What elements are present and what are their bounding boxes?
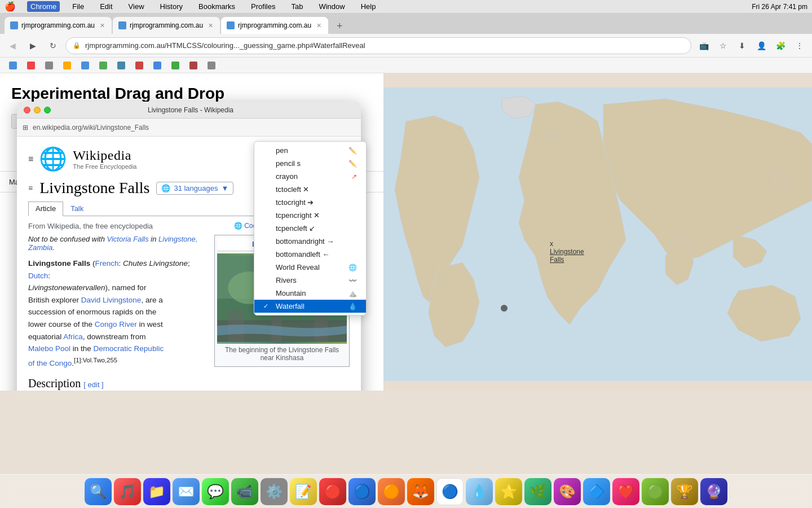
victoria-falls-link[interactable]: Victoria Falls <box>107 235 148 243</box>
africa-link[interactable]: Africa <box>63 332 83 341</box>
dock-filezilla[interactable]: 🔴 <box>319 478 346 505</box>
dropdown-worldreveal[interactable]: World Reveal 🌐 <box>254 261 366 274</box>
dock-app1[interactable]: 🟠 <box>378 478 405 505</box>
extensions-icon[interactable]: 🧩 <box>773 38 788 54</box>
profile-icon[interactable]: 👤 <box>753 38 769 54</box>
wiki-tab-talk[interactable]: Talk <box>63 202 91 216</box>
bookmark-8[interactable] <box>131 59 148 72</box>
dropdown-waterfall[interactable]: ✓ Waterfall 💧 <box>254 300 366 313</box>
bookmark-12[interactable] <box>203 59 220 72</box>
dock-finder[interactable]: 🔍 <box>85 478 112 505</box>
menu-bookmarks[interactable]: Bookmarks <box>195 1 239 12</box>
bookmark-5[interactable] <box>77 59 94 72</box>
david-livingstone-link[interactable]: David Livingstone <box>81 296 142 304</box>
dock-app8[interactable]: 🟢 <box>642 478 669 505</box>
menu-profiles[interactable]: Profiles <box>248 1 279 12</box>
dock-app6[interactable]: 🔷 <box>583 478 610 505</box>
dutch-link[interactable]: Dutch <box>28 271 48 280</box>
malebo-pool-link[interactable]: Malebo Pool <box>28 344 70 353</box>
bookmark-3[interactable] <box>41 59 58 72</box>
dock-app7[interactable]: ❤️ <box>612 478 639 505</box>
congo-river-link[interactable]: Congo River <box>95 320 137 329</box>
dock-notes[interactable]: 📝 <box>290 478 317 505</box>
wiki-lang-label: 31 languages <box>174 184 218 192</box>
browser-tab-2[interactable]: rjmprogramming.com.au ✕ <box>113 17 220 34</box>
wiki-tab-article[interactable]: Article <box>28 202 63 216</box>
dropdown-tctocleft[interactable]: tctocleft ✕ <box>254 183 366 196</box>
dropdown-pencil[interactable]: pencil s ✏️ <box>254 157 366 170</box>
dock-app2[interactable]: 💧 <box>466 478 493 505</box>
cast-icon[interactable]: 📺 <box>696 38 712 54</box>
dropdown-bottomandleft[interactable]: bottomandleft ← <box>254 248 366 261</box>
dropdown-mountain[interactable]: Mountain ⛰️ <box>254 287 366 300</box>
dock-firefox[interactable]: 🦊 <box>407 478 434 505</box>
map-label-livingstone[interactable]: Livingstone Falls <box>550 248 584 264</box>
apple-menu-icon[interactable]: 🍎 <box>5 1 16 12</box>
dock-app10[interactable]: 🔮 <box>700 478 727 505</box>
browser-tab-1[interactable]: rjmprogramming.com.au ✕ <box>5 17 112 34</box>
new-tab-button[interactable]: + <box>332 18 347 34</box>
tab-label-1: rjmprogramming.com.au <box>21 21 95 29</box>
forward-button[interactable]: ▶ <box>25 38 41 54</box>
menu-view[interactable]: View <box>125 1 148 12</box>
browser-tab-3[interactable]: rjmprogramming.com.au ✕ <box>221 17 328 34</box>
menu-history[interactable]: History <box>157 1 186 12</box>
dock-app9[interactable]: 🏆 <box>671 478 698 505</box>
bookmark-6[interactable] <box>95 59 112 72</box>
back-button[interactable]: ◀ <box>5 38 20 54</box>
bookmark-favicon-8 <box>135 62 143 69</box>
dock-settings[interactable]: ⚙️ <box>261 478 288 505</box>
wiki-url[interactable]: en.wikipedia.org/wiki/Livingstone_Falls <box>33 124 149 132</box>
wiki-puzzle-icon: 🌐 <box>39 146 67 172</box>
wiki-menu-icon[interactable]: ≡ <box>28 154 33 164</box>
menu-chrome[interactable]: Chrome <box>27 1 60 12</box>
dropdown-pen[interactable]: pen ✏️ <box>254 144 366 157</box>
menu-bar: 🍎 Chrome File Edit View History Bookmark… <box>0 0 812 14</box>
bookmark-2[interactable] <box>23 59 39 72</box>
wiki-languages-button[interactable]: 🌐 31 languages ▼ <box>156 182 233 195</box>
bookmark-1[interactable] <box>5 59 21 72</box>
dock-facetime[interactable]: 📹 <box>231 478 258 505</box>
dropdown-tctocright[interactable]: tctocright ➔ <box>254 196 366 209</box>
dropdown-crayon[interactable]: crayon ↗ <box>254 170 366 183</box>
wiki-list-icon[interactable]: ≡ <box>28 183 33 192</box>
menu-tab[interactable]: Tab <box>288 1 306 12</box>
download-icon[interactable]: ⬇ <box>734 38 750 54</box>
french-link[interactable]: French <box>95 259 119 268</box>
address-bar[interactable]: 🔒 rjmprogramming.com.au/HTMLCSS/colourin… <box>65 37 691 54</box>
bookmark-10[interactable] <box>167 59 184 72</box>
menu-help[interactable]: Help <box>358 1 379 12</box>
tab-close-2[interactable]: ✕ <box>206 21 214 29</box>
bookmark-9[interactable] <box>149 59 166 72</box>
bookmark-star-icon[interactable]: ☆ <box>715 38 731 54</box>
menu-edit[interactable]: Edit <box>96 1 116 12</box>
dock-app3[interactable]: ⭐ <box>495 478 522 505</box>
bookmark-7[interactable] <box>113 59 130 72</box>
bookmark-4[interactable] <box>59 59 76 72</box>
tab-close-3[interactable]: ✕ <box>315 21 323 29</box>
reload-button[interactable]: ↻ <box>45 38 61 54</box>
dropdown-menu: pen ✏️ pencil s ✏️ crayon ↗ tctocleft ✕ … <box>254 141 367 316</box>
dropdown-tcpencleft[interactable]: tcpencleft ↙ <box>254 222 366 235</box>
dock-chrome[interactable]: 🔵 <box>436 478 464 505</box>
bookmark-11[interactable] <box>185 59 202 72</box>
menu-window[interactable]: Window <box>315 1 348 12</box>
bookmark-favicon-12 <box>208 62 215 69</box>
wiki-edit-link[interactable]: [ edit ] <box>83 380 103 389</box>
dock-mail[interactable]: ✉️ <box>173 478 200 505</box>
tab-close-1[interactable]: ✕ <box>98 21 106 29</box>
tab-favicon-1 <box>10 21 18 29</box>
wiki-description-heading: Description [ edit ] <box>28 377 350 391</box>
dock-files[interactable]: 📁 <box>143 478 170 505</box>
dock-app5[interactable]: 🎨 <box>554 478 581 505</box>
menu-file[interactable]: File <box>69 1 87 12</box>
dock-music[interactable]: 🎵 <box>114 478 141 505</box>
dock-messages[interactable]: 💬 <box>202 478 229 505</box>
dropdown-rivers[interactable]: Rivers 〰️ <box>254 274 366 287</box>
tab-label-3: rjmprogramming.com.au <box>238 21 311 29</box>
dock-zoom[interactable]: 🔵 <box>348 478 376 505</box>
more-options-icon[interactable]: ⋮ <box>792 38 807 54</box>
dropdown-tcpencright[interactable]: tcpencright ✕ <box>254 209 366 222</box>
dock-app4[interactable]: 🌿 <box>524 478 551 505</box>
dropdown-bottomandright[interactable]: bottomandright → <box>254 235 366 248</box>
